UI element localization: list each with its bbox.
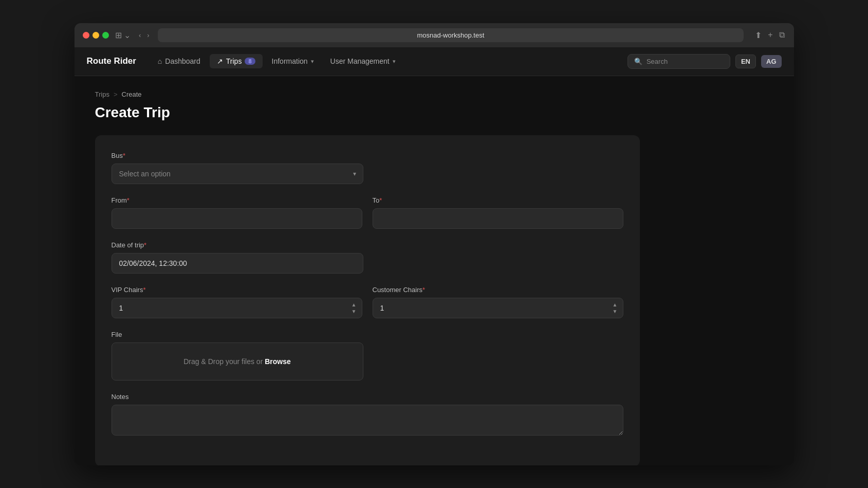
to-field-group: To* (373, 196, 623, 229)
file-label: File (112, 331, 623, 338)
date-input[interactable] (112, 253, 363, 274)
address-bar[interactable] (158, 28, 744, 42)
file-browse-link[interactable]: Browse (265, 357, 291, 366)
vip-chairs-input[interactable] (112, 298, 362, 318)
customer-required-star: * (422, 286, 425, 294)
browser-chrome: ⊞ ⌄ ‹ › ⬆ + ⧉ (75, 23, 794, 47)
vip-decrement-button[interactable]: ▼ (350, 308, 358, 314)
customer-chairs-input[interactable] (373, 298, 623, 318)
home-icon: ⌂ (158, 57, 162, 65)
file-drop-text: Drag & Drop your files or (183, 357, 265, 366)
vip-chairs-wrapper: ▲ ▼ (112, 298, 362, 318)
vip-required-star: * (143, 286, 145, 294)
language-button[interactable]: EN (735, 55, 756, 68)
search-icon: 🔍 (634, 58, 642, 65)
bus-label: Bus* (112, 152, 623, 159)
trips-badge: 8 (245, 58, 255, 65)
avatar-button[interactable]: AG (761, 55, 782, 68)
vip-chairs-field-group: VIP Chairs* ▲ ▼ (112, 286, 362, 318)
breadcrumb: Trips > Create (95, 91, 773, 98)
from-label: From* (112, 196, 362, 204)
nav-user-management-label: User Management (330, 57, 390, 65)
vip-chairs-label: VIP Chairs* (112, 286, 362, 294)
nav-information[interactable]: Information ▾ (265, 54, 321, 68)
main-content: Trips > Create Create Trip Bus* Select a… (75, 76, 794, 465)
nav-user-management[interactable]: User Management ▾ (323, 54, 403, 68)
from-required-star: * (127, 196, 130, 204)
customer-increment-button[interactable]: ▲ (611, 301, 619, 308)
browser-actions: ⬆ + ⧉ (754, 29, 785, 41)
from-to-row: From* To* (112, 196, 623, 241)
navbar: Route Rider ⌂ Dashboard ↗ Trips 8 Inform… (75, 47, 794, 76)
nav-dashboard[interactable]: ⌂ Dashboard (151, 54, 208, 68)
file-field-group: File Drag & Drop your files or Browse (112, 331, 623, 381)
nav-trips[interactable]: ↗ Trips 8 (210, 54, 263, 68)
to-input[interactable] (373, 208, 623, 229)
chevron-down-icon: ▾ (311, 58, 314, 65)
page-title: Create Trip (95, 104, 773, 121)
customer-chairs-field-group: Customer Chairs* ▲ ▼ (373, 286, 623, 318)
trending-icon: ↗ (217, 57, 223, 65)
nav-items: ⌂ Dashboard ↗ Trips 8 Information ▾ User… (151, 54, 627, 68)
nav-arrows: ‹ › (137, 30, 152, 40)
chevron-down-icon-2: ▾ (393, 58, 396, 65)
vip-increment-button[interactable]: ▲ (350, 301, 358, 308)
nav-right: 🔍 Search EN AG (627, 54, 782, 69)
bus-required-star: * (123, 152, 125, 159)
customer-decrement-button[interactable]: ▼ (611, 308, 619, 314)
file-drop-zone[interactable]: Drag & Drop your files or Browse (112, 342, 363, 381)
notes-field-group: Notes (112, 393, 623, 438)
form-card: Bus* Select an option ▾ From* (95, 135, 640, 465)
bus-field-group: Bus* Select an option ▾ (112, 152, 623, 184)
notes-label: Notes (112, 393, 623, 401)
app-container: Route Rider ⌂ Dashboard ↗ Trips 8 Inform… (75, 47, 794, 465)
date-required-star: * (144, 241, 146, 249)
maximize-button[interactable] (102, 32, 109, 39)
vip-spinner: ▲ ▼ (350, 301, 358, 314)
breadcrumb-separator: > (114, 91, 118, 98)
minimize-button[interactable] (93, 32, 99, 39)
to-required-star: * (379, 196, 382, 204)
tabs-button[interactable]: ⧉ (778, 29, 786, 41)
nav-dashboard-label: Dashboard (165, 57, 200, 65)
back-button[interactable]: ‹ (137, 30, 143, 40)
date-field-group: Date of trip* (112, 241, 623, 274)
date-label: Date of trip* (112, 241, 623, 249)
breadcrumb-current: Create (122, 91, 142, 98)
customer-chairs-label: Customer Chairs* (373, 286, 623, 294)
from-field-group: From* (112, 196, 362, 229)
to-label: To* (373, 196, 623, 204)
search-placeholder-text: Search (647, 58, 668, 65)
notes-textarea[interactable] (112, 405, 623, 436)
traffic-lights (83, 32, 109, 39)
chairs-row: VIP Chairs* ▲ ▼ Customer Chairs* (112, 286, 623, 331)
share-button[interactable]: ⬆ (754, 29, 763, 41)
bus-select[interactable]: Select an option (112, 164, 363, 184)
brand-logo: Route Rider (87, 56, 136, 66)
bus-select-wrapper: Select an option ▾ (112, 164, 363, 184)
search-bar[interactable]: 🔍 Search (627, 54, 730, 69)
forward-button[interactable]: › (145, 30, 151, 40)
sidebar-toggle-button[interactable]: ⊞ ⌄ (115, 30, 131, 40)
date-input-wrapper (112, 253, 363, 274)
from-input[interactable] (112, 208, 362, 229)
nav-information-label: Information (272, 57, 308, 65)
new-tab-button[interactable]: + (767, 29, 773, 41)
customer-chairs-wrapper: ▲ ▼ (373, 298, 623, 318)
customer-spinner: ▲ ▼ (611, 301, 619, 314)
close-button[interactable] (83, 32, 89, 39)
breadcrumb-parent[interactable]: Trips (95, 91, 109, 98)
nav-trips-label: Trips (226, 57, 242, 65)
